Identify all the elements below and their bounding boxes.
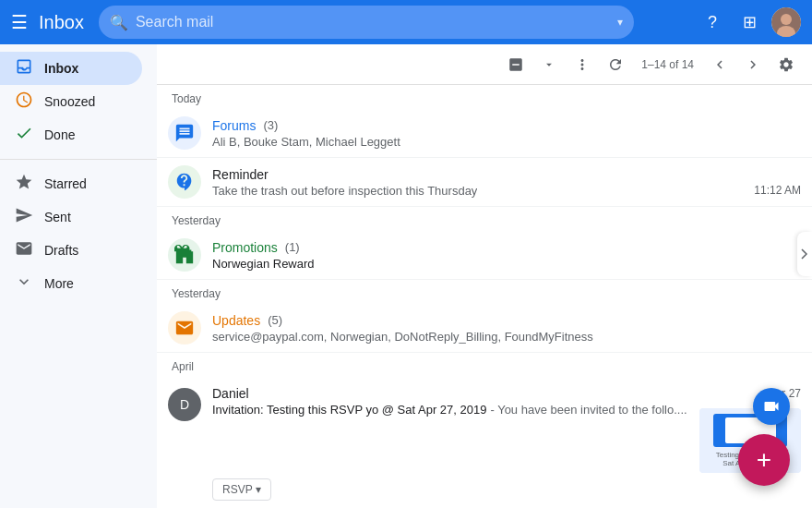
inbox-label: Inbox	[44, 61, 127, 76]
sidebar-item-inbox[interactable]: Inbox	[0, 52, 142, 85]
email-count: (1)	[285, 240, 300, 254]
email-preview: Ali B, Bouke Stam, Michael Leggett	[212, 135, 400, 149]
header-actions: ? ⊞	[698, 7, 801, 37]
date-label-today: Today	[157, 85, 812, 109]
email-content: Reminder Take the trash out before inspe…	[212, 167, 801, 198]
sent-icon	[15, 206, 33, 229]
sidebar-toggle[interactable]	[797, 232, 812, 276]
email-row[interactable]: Promotions (1) Norwegian Reward	[157, 231, 812, 280]
search-input[interactable]	[136, 14, 614, 30]
email-snippet: service@paypal.com, Norwegian, DoNotRepl…	[212, 330, 593, 344]
starred-icon	[15, 173, 33, 196]
select-button[interactable]	[501, 50, 531, 79]
compose-plus-icon: +	[757, 447, 771, 473]
settings-button[interactable]	[771, 50, 801, 79]
email-snippet: Take the trash out before inspection thi…	[212, 184, 477, 198]
email-content: Updates (5) service@paypal.com, Norwegia…	[212, 313, 801, 344]
prev-page-button[interactable]	[705, 50, 734, 79]
body: Inbox Snoozed Done Starred Sent	[0, 44, 812, 508]
date-label-april: April	[157, 353, 812, 377]
search-icon: 🔍	[110, 14, 128, 31]
sidebar-item-starred[interactable]: Starred	[0, 167, 142, 200]
email-subject: Invitation: Testing this RSVP yo @ Sat A…	[212, 403, 486, 417]
forums-category-icon	[168, 116, 201, 150]
email-snippet: - You have been invited to the follo....	[490, 403, 687, 417]
search-dropdown-icon[interactable]: ▾	[617, 16, 623, 29]
page-info: 1–14 of 14	[641, 58, 694, 71]
more-options-button[interactable]	[567, 50, 597, 79]
promotions-category-icon	[168, 238, 201, 272]
email-count: (3)	[263, 118, 278, 132]
drafts-label: Drafts	[44, 243, 127, 258]
search-bar: 🔍 ▾	[99, 6, 634, 39]
apps-button[interactable]: ⊞	[734, 7, 764, 37]
app-logo: Inbox	[39, 12, 84, 33]
more-icon	[15, 272, 33, 296]
done-icon	[15, 124, 33, 147]
email-subject: Norwegian Reward	[212, 257, 315, 271]
email-sender: Forums	[212, 118, 256, 133]
inbox-icon	[15, 57, 33, 80]
sidebar-item-drafts[interactable]: Drafts	[0, 234, 142, 267]
sidebar-item-snoozed[interactable]: Snoozed	[0, 85, 142, 118]
email-date: 11:12 AM	[754, 184, 801, 197]
email-sender: Daniel	[212, 386, 249, 401]
sidebar-separator	[0, 159, 157, 160]
snoozed-icon	[15, 91, 33, 114]
drafts-icon	[15, 239, 33, 262]
meet-button[interactable]	[753, 388, 790, 425]
next-page-button[interactable]	[738, 50, 768, 79]
email-sender: Reminder	[212, 167, 269, 182]
fab-compose-button[interactable]: +	[738, 434, 790, 486]
email-avatar: D	[168, 388, 201, 421]
email-row[interactable]: Forums (3) Ali B, Bouke Stam, Michael Le…	[157, 109, 812, 158]
sidebar-item-done[interactable]: Done	[0, 118, 142, 151]
email-row[interactable]: D Daniel Apr 27 Invitation: Testing this…	[157, 377, 812, 508]
email-content: Forums (3) Ali B, Bouke Stam, Michael Le…	[212, 118, 801, 149]
video-icon	[762, 397, 781, 416]
header: ☰ Inbox 🔍 ▾ ? ⊞	[0, 0, 812, 44]
more-label: More	[44, 276, 127, 291]
email-content: Promotions (1) Norwegian Reward	[212, 240, 801, 271]
help-icon: ?	[708, 13, 717, 32]
menu-icon[interactable]: ☰	[11, 11, 28, 33]
apps-icon: ⊞	[743, 12, 757, 32]
email-row[interactable]: Updates (5) service@paypal.com, Norwegia…	[157, 304, 812, 353]
select-dropdown-button[interactable]	[534, 50, 564, 79]
main-content: 1–14 of 14 Today	[157, 44, 812, 508]
updates-category-icon	[168, 311, 201, 345]
snoozed-label: Snoozed	[44, 94, 127, 109]
refresh-button[interactable]	[601, 50, 630, 79]
svg-point-1	[781, 14, 792, 25]
date-label-yesterday-2: Yesterday	[157, 280, 812, 304]
help-button[interactable]: ?	[698, 7, 727, 37]
sent-label: Sent	[44, 210, 127, 224]
starred-label: Starred	[44, 176, 127, 191]
rsvp-button[interactable]: RSVP ▾	[212, 478, 271, 501]
toolbar-icons: 1–14 of 14	[501, 50, 801, 79]
email-list: Today Forums (3) Ali B, Bouke Stam, Mich…	[157, 85, 812, 508]
email-count: (5)	[268, 313, 282, 327]
email-sender: Updates	[212, 313, 260, 328]
avatar[interactable]	[771, 7, 801, 37]
done-label: Done	[44, 127, 127, 142]
sidebar: Inbox Snoozed Done Starred Sent	[0, 44, 157, 508]
sidebar-item-more[interactable]: More	[0, 267, 142, 300]
email-row[interactable]: Reminder Take the trash out before inspe…	[157, 158, 812, 207]
email-sender: Promotions	[212, 240, 278, 255]
reminder-icon	[168, 165, 201, 199]
chevron-right-icon	[800, 245, 809, 263]
sidebar-item-sent[interactable]: Sent	[0, 200, 142, 234]
date-label-yesterday-1: Yesterday	[157, 207, 812, 231]
mail-toolbar: 1–14 of 14	[157, 44, 812, 85]
email-content: Daniel Apr 27 Invitation: Testing this R…	[212, 386, 801, 501]
